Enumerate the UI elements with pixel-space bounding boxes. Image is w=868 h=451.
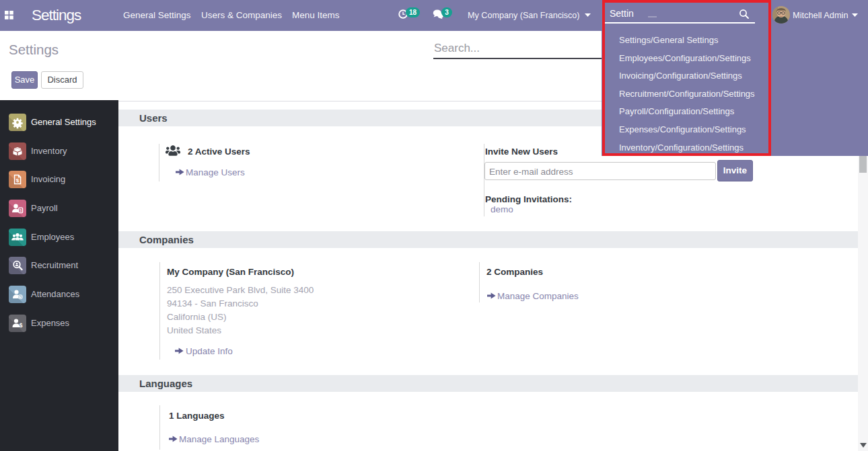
svg-text:$: $ <box>16 177 20 183</box>
svg-text:$: $ <box>20 322 23 329</box>
svg-text:$: $ <box>20 208 22 212</box>
